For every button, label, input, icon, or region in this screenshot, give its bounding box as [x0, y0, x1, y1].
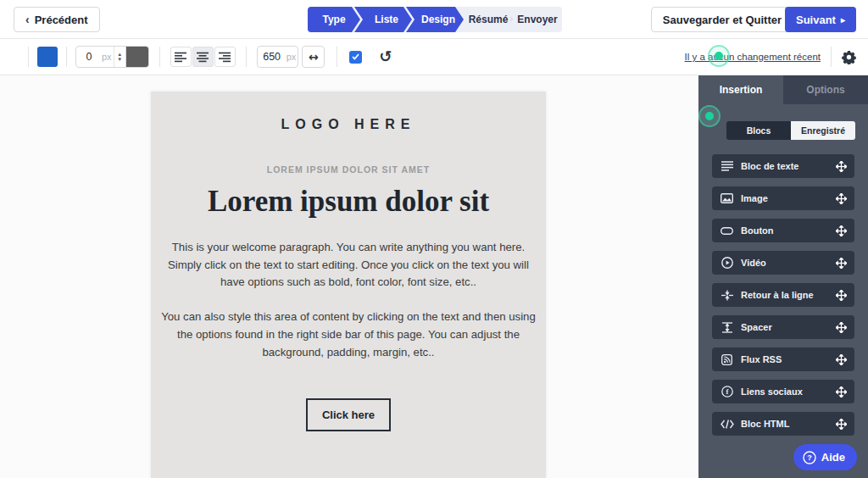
block-item-label: Bloc de texte: [741, 161, 798, 171]
next-button-label: Suivant: [796, 14, 836, 26]
sidebar-tabs: Insertion Options: [698, 75, 868, 104]
align-right-icon: [219, 52, 231, 63]
email-paragraph-1[interactable]: This is your welcome paragraph. You can …: [160, 239, 537, 292]
step-resume[interactable]: Résumé: [464, 7, 513, 32]
toolbar-divider: [159, 47, 160, 67]
toolbar-divider: [831, 47, 832, 67]
rss-icon: [720, 354, 734, 365]
drag-move-icon[interactable]: [836, 290, 847, 301]
border-color-swatch[interactable]: [125, 47, 148, 67]
save-and-quit-label: Sauvegarder et Quitter: [663, 14, 782, 26]
block-item-text[interactable]: Bloc de texte: [712, 154, 854, 178]
email-canvas[interactable]: LOGO HERE LOREM IPSUM DOLOR SIT AMET Lor…: [151, 92, 546, 478]
text-lines-icon: [720, 161, 734, 171]
tab-insertion[interactable]: Insertion: [698, 75, 783, 104]
align-center-button[interactable]: [192, 47, 214, 67]
email-subtitle[interactable]: LOREM IPSUM DOLOR SIT AMET: [151, 164, 546, 175]
html-code-icon: [720, 420, 734, 429]
wizard-steps: Type Liste Design Résumé › Envoyer: [308, 7, 562, 32]
full-width-button[interactable]: ↔: [302, 46, 325, 68]
align-left-icon: [175, 52, 186, 63]
align-left-button[interactable]: [170, 47, 192, 67]
step-envoyer[interactable]: Envoyer: [513, 7, 562, 32]
next-button[interactable]: Suivant ▸: [785, 7, 856, 32]
step-type[interactable]: Type: [308, 7, 360, 32]
previous-button-label: Précédent: [35, 14, 88, 26]
block-item-label: Image: [741, 193, 768, 203]
format-toolbar: px ▲ ▼: [0, 39, 868, 75]
question-mark-icon: ?: [803, 451, 816, 464]
drag-move-icon[interactable]: [836, 354, 847, 365]
drag-move-icon[interactable]: [836, 193, 847, 204]
padding-input-group: px ▲ ▼: [75, 46, 149, 68]
settings-gear-icon[interactable]: [842, 50, 856, 64]
save-and-quit-button[interactable]: Sauvegarder et Quitter: [651, 7, 793, 32]
logo-placeholder[interactable]: LOGO HERE: [151, 117, 546, 132]
step-design[interactable]: Design: [406, 7, 464, 32]
block-item-label: Retour à la ligne: [741, 290, 814, 300]
block-list: Bloc de texte Image Bouton: [712, 154, 854, 444]
spacer-icon: [720, 322, 734, 333]
block-item-label: Vidéo: [741, 258, 766, 268]
horizontal-resize-icon: ↔: [309, 50, 319, 64]
block-item-social-links[interactable]: f Liens sociaux: [712, 380, 854, 403]
svg-text:?: ?: [807, 453, 812, 462]
block-item-label: Flux RSS: [741, 354, 782, 364]
email-paragraph-2[interactable]: You can also style this area of content …: [160, 308, 537, 361]
block-item-video[interactable]: Vidéo: [712, 251, 854, 275]
email-width-input[interactable]: [258, 47, 287, 67]
block-item-rss[interactable]: Flux RSS: [712, 347, 854, 371]
block-item-image[interactable]: Image: [712, 186, 854, 210]
top-bar: ‹ Précédent Type Liste Design Résumé › E…: [0, 0, 868, 39]
svg-text:f: f: [726, 387, 728, 396]
align-center-icon: [197, 52, 209, 63]
block-item-label: Bloc HTML: [741, 419, 789, 429]
drag-move-icon[interactable]: [836, 225, 847, 236]
chevron-right-icon: ▸: [841, 15, 845, 25]
align-right-button[interactable]: [214, 47, 236, 67]
email-heading[interactable]: Lorem ipsum dolor sit: [151, 185, 546, 219]
segment-blocs[interactable]: Blocs: [726, 121, 791, 140]
block-item-label: Spacer: [741, 322, 772, 332]
social-links-icon: f: [720, 386, 734, 397]
drag-move-icon[interactable]: [836, 322, 847, 333]
responsive-checkbox[interactable]: [349, 51, 362, 64]
block-item-spacer[interactable]: Spacer: [712, 315, 854, 339]
help-button-label: Aide: [821, 451, 845, 464]
email-editor-page: ‹ Précédent Type Liste Design Résumé › E…: [0, 0, 868, 478]
chevron-left-icon: ‹: [25, 13, 30, 26]
drag-move-icon[interactable]: [836, 386, 847, 397]
toolbar-divider: [28, 47, 29, 67]
drag-move-icon[interactable]: [836, 258, 847, 269]
toolbar-divider: [246, 47, 247, 67]
toolbar-divider: [337, 47, 337, 67]
fill-color-swatch[interactable]: [37, 47, 58, 67]
drag-move-icon[interactable]: [836, 161, 847, 172]
segment-enregistre[interactable]: Enregistré: [791, 121, 855, 140]
checkmark-icon: [352, 53, 359, 60]
editor-workspace: LOGO HERE LOREM IPSUM DOLOR SIT AMET Lor…: [0, 75, 698, 478]
blocks-saved-toggle: Blocs Enregistré: [726, 121, 855, 140]
button-pill-icon: [720, 227, 734, 235]
width-unit-label: px: [287, 52, 298, 62]
block-item-button[interactable]: Bouton: [712, 219, 854, 242]
drag-move-icon[interactable]: [836, 419, 847, 430]
line-break-icon: [720, 290, 734, 301]
padding-stepper[interactable]: ▲ ▼: [114, 47, 125, 67]
toolbar-divider: [66, 47, 67, 67]
video-play-icon: [720, 257, 734, 269]
history-status-link[interactable]: Il y a aucun changement récent: [685, 52, 821, 62]
tab-options[interactable]: Options: [783, 75, 868, 104]
image-icon: [720, 193, 734, 203]
block-item-label: Bouton: [741, 225, 773, 236]
step-liste[interactable]: Liste: [354, 7, 412, 32]
email-cta-button[interactable]: Click here: [306, 398, 391, 431]
stepper-down-icon[interactable]: ▼: [114, 57, 125, 62]
padding-input[interactable]: [76, 47, 102, 67]
block-item-line-break[interactable]: Retour à la ligne: [712, 283, 854, 307]
help-button[interactable]: ? Aide: [793, 444, 857, 470]
block-item-label: Liens sociaux: [741, 386, 803, 397]
undo-icon[interactable]: ↺: [379, 49, 392, 64]
block-item-html[interactable]: Bloc HTML: [712, 412, 854, 436]
previous-button[interactable]: ‹ Précédent: [14, 7, 100, 32]
